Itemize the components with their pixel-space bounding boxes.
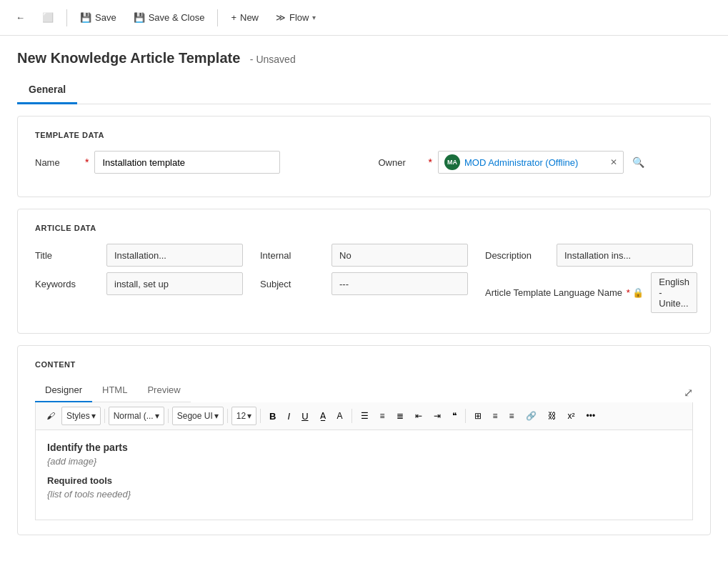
- underline-button[interactable]: U: [296, 407, 313, 425]
- flow-button[interactable]: ≫ Flow ▾: [269, 9, 323, 26]
- styles-chevron-icon: ▾: [91, 411, 96, 421]
- indent-icon: ⇥: [434, 411, 441, 421]
- owner-label: Owner: [379, 157, 422, 168]
- new-icon: +: [231, 12, 236, 23]
- indent-button[interactable]: ⇥: [429, 407, 446, 424]
- tool-sep4: [260, 409, 261, 423]
- more-icon: •••: [587, 411, 596, 421]
- name-input[interactable]: [94, 151, 280, 174]
- unlink-button[interactable]: ⛓: [543, 407, 562, 424]
- save-icon: 💾: [80, 12, 91, 23]
- expand-icon[interactable]: ⤢: [684, 386, 693, 399]
- owner-tag: MA MOD Administrator (Offline) ✕: [438, 151, 624, 174]
- align-left-button[interactable]: ☰: [356, 407, 374, 424]
- popout-icon: ⬜: [42, 12, 54, 23]
- editor-tab-preview[interactable]: Preview: [137, 380, 190, 402]
- align-right-icon: ≡: [509, 411, 514, 421]
- description-value: Installation ins...: [557, 244, 693, 267]
- article-row-1: Title Installation... Internal No Descri…: [35, 244, 693, 267]
- bold-button[interactable]: B: [264, 407, 281, 425]
- flow-icon: ≫: [276, 12, 286, 23]
- size-chevron-icon: ▾: [247, 411, 251, 421]
- tool-sep1: [104, 409, 105, 423]
- name-label: Name: [35, 157, 78, 168]
- table-icon: ⊞: [474, 411, 482, 421]
- description-col: Description Installation ins...: [485, 244, 693, 267]
- superscript-button[interactable]: x²: [563, 407, 580, 424]
- align-left-icon: ☰: [361, 411, 369, 421]
- editor-toolbar: 🖌 Styles ▾ Normal (... ▾ Segoe UI ▾: [35, 402, 693, 430]
- styles-dropdown[interactable]: Styles ▾: [61, 407, 101, 425]
- lock-icon: 🔒: [632, 287, 644, 298]
- align-right-button[interactable]: ≡: [504, 407, 519, 424]
- subject-value: ---: [331, 272, 468, 295]
- owner-field: Owner * MA MOD Administrator (Offline) ✕…: [379, 151, 694, 174]
- list-unordered-button[interactable]: ≡: [375, 407, 390, 424]
- normal-dropdown[interactable]: Normal (... ▾: [109, 407, 164, 425]
- link-button[interactable]: 🔗: [521, 407, 542, 424]
- article-row-2: Keywords install, set up Subject --- Art…: [35, 272, 693, 313]
- align-center-button[interactable]: ≡: [488, 407, 503, 424]
- editor-tab-designer[interactable]: Designer: [35, 380, 92, 402]
- name-field: Name *: [35, 151, 350, 174]
- editor-heading1: Identify the parts: [47, 442, 681, 453]
- size-dropdown[interactable]: 12 ▾: [231, 407, 256, 425]
- font-color-icon: A: [337, 411, 343, 421]
- owner-close-button[interactable]: ✕: [610, 157, 617, 167]
- list-ordered-button[interactable]: ≣: [392, 407, 409, 424]
- page-title-row: New Knowledge Article Template - Unsaved: [17, 50, 711, 69]
- save-close-icon: 💾: [134, 12, 145, 23]
- outdent-icon: ⇤: [415, 411, 422, 421]
- owner-name: MOD Administrator (Offline): [464, 157, 606, 168]
- font-dropdown[interactable]: Segoe UI ▾: [172, 407, 224, 425]
- more-button[interactable]: •••: [582, 407, 601, 424]
- highlight-button[interactable]: A̲: [315, 407, 331, 424]
- keywords-col: Keywords install, set up: [35, 272, 243, 295]
- editor-placeholder1: {add image}: [47, 456, 681, 467]
- wand-tool[interactable]: 🖌: [41, 407, 60, 424]
- new-button[interactable]: + New: [224, 9, 266, 26]
- tool-sep6: [465, 409, 466, 423]
- internal-col: Internal No: [260, 244, 468, 267]
- language-col: Article Template Language Name * 🔒 Engli…: [485, 272, 693, 313]
- font-color-button[interactable]: A: [332, 407, 348, 424]
- unsaved-label: - Unsaved: [250, 54, 296, 65]
- list-unordered-icon: ≡: [380, 411, 385, 421]
- tool-sep5: [351, 409, 352, 423]
- toolbar: ← ⬜ 💾 Save 💾 Save & Close + New ≫ Flow ▾: [0, 0, 728, 36]
- font-chevron-icon: ▾: [214, 411, 219, 421]
- title-col: Title Installation...: [35, 244, 243, 267]
- owner-required-star: *: [429, 157, 432, 168]
- subject-col: Subject ---: [260, 272, 468, 295]
- align-center-icon: ≡: [493, 411, 498, 421]
- back-button[interactable]: ←: [9, 9, 32, 26]
- description-label: Description: [485, 250, 549, 261]
- quote-button[interactable]: ❝: [447, 407, 462, 424]
- internal-value: No: [331, 244, 468, 267]
- editor-tabs: Designer HTML Preview: [35, 380, 191, 402]
- link-icon: 🔗: [526, 411, 537, 421]
- popout-button[interactable]: ⬜: [35, 9, 61, 26]
- save-button[interactable]: 💾 Save: [73, 9, 124, 26]
- tab-general[interactable]: General: [17, 78, 77, 104]
- language-value: English - Unite...: [651, 272, 697, 313]
- table-button[interactable]: ⊞: [469, 407, 487, 424]
- content-title: CONTENT: [35, 360, 693, 369]
- editor-body[interactable]: Identify the parts {add image} Required …: [35, 430, 693, 520]
- normal-chevron-icon: ▾: [155, 411, 159, 421]
- italic-button[interactable]: I: [283, 407, 296, 425]
- flow-chevron-icon: ▾: [312, 14, 316, 21]
- wand-icon: 🖌: [46, 411, 55, 421]
- editor-tab-html[interactable]: HTML: [92, 380, 137, 402]
- owner-search-button[interactable]: 🔍: [629, 154, 647, 171]
- name-required-star: *: [85, 157, 89, 168]
- title-label: Title: [35, 250, 99, 261]
- template-data-section: TEMPLATE DATA Name * Owner * MA MO: [17, 116, 711, 197]
- outdent-button[interactable]: ⇤: [410, 407, 427, 424]
- title-value: Installation...: [106, 244, 243, 267]
- owner-avatar: MA: [444, 154, 460, 170]
- save-close-button[interactable]: 💾 Save & Close: [126, 9, 212, 26]
- language-required-star: *: [627, 287, 630, 298]
- quote-icon: ❝: [452, 411, 457, 421]
- toolbar-divider2: [217, 9, 218, 26]
